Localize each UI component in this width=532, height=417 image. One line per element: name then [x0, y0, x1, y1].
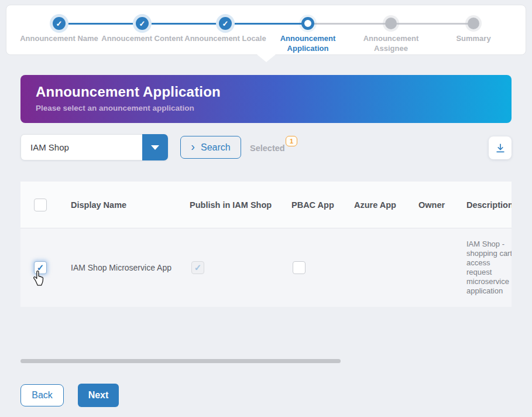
- column-header-display-name: Display Name: [71, 182, 126, 228]
- page-subtitle: Please select an anouncement application: [36, 104, 496, 112]
- step-label: Annoucement Content: [98, 33, 186, 43]
- step-label: Announcement Assignee: [347, 33, 435, 53]
- application-select[interactable]: IAM Shop: [20, 134, 168, 160]
- row-description: IAM Shop - shopping cart access request …: [466, 228, 512, 307]
- select-dropdown-button[interactable]: [142, 134, 168, 160]
- pbac-app-checkbox[interactable]: [293, 261, 306, 274]
- publish-in-iam-shop-checkbox: ✓: [191, 261, 204, 274]
- select-all-checkbox[interactable]: [34, 199, 47, 211]
- step-current-icon: [301, 17, 314, 30]
- chevron-right-icon: ›: [191, 141, 195, 152]
- download-icon: [495, 142, 506, 154]
- table-header-row: Display Name Publish in IAM Shop PBAC Ap…: [20, 182, 512, 228]
- table-row: ✓ IAM Shop Microservice App ✓ IAM Shop -…: [20, 228, 512, 307]
- next-button[interactable]: Next: [78, 384, 119, 407]
- selected-count-badge: 1: [286, 136, 297, 146]
- stepper-pointer-notch: [257, 54, 276, 62]
- download-button[interactable]: [489, 136, 512, 159]
- stepper: ✓ Announcement Name ✓ Annoucement Conten…: [6, 5, 526, 55]
- column-header-azure-app: Azure App: [354, 182, 396, 228]
- applications-table: Display Name Publish in IAM Shop PBAC Ap…: [20, 182, 512, 307]
- announcement-wizard-page: ✓ Announcement Name ✓ Annoucement Conten…: [0, 0, 532, 417]
- selected-indicator: Selected 1: [250, 143, 285, 153]
- row-display-name: IAM Shop Microservice App: [71, 228, 171, 307]
- section-banner: Announcement Application Please select a…: [20, 75, 512, 123]
- application-select-value: IAM Shop: [21, 142, 142, 152]
- step-upcoming-icon: [385, 18, 397, 29]
- step-check-icon: ✓: [219, 17, 232, 30]
- column-header-publish-in-iam-shop: Publish in IAM Shop: [190, 182, 272, 228]
- step-upcoming-icon: [468, 18, 479, 29]
- stepper-progress-line: [59, 23, 308, 25]
- step-check-icon: ✓: [136, 17, 149, 30]
- page-title: Announcement Application: [36, 84, 496, 100]
- back-button[interactable]: Back: [20, 384, 64, 406]
- column-header-description: Description: [466, 182, 512, 228]
- step-check-icon: ✓: [53, 17, 66, 30]
- chevron-down-icon: [151, 145, 159, 150]
- horizontal-scrollbar[interactable]: [20, 359, 341, 363]
- column-header-pbac-app: PBAC App: [291, 182, 334, 228]
- search-button[interactable]: › Search: [180, 136, 241, 159]
- selected-label: Selected: [250, 143, 285, 153]
- column-header-owner: Owner: [418, 182, 445, 228]
- search-button-label: Search: [201, 142, 231, 153]
- step-label: Announcement Locale: [181, 33, 269, 43]
- step-label: Announcement Name: [15, 33, 103, 43]
- row-select-checkbox[interactable]: ✓: [34, 261, 47, 274]
- step-label: Summary: [430, 33, 517, 43]
- step-label: Announcement Application: [273, 33, 343, 53]
